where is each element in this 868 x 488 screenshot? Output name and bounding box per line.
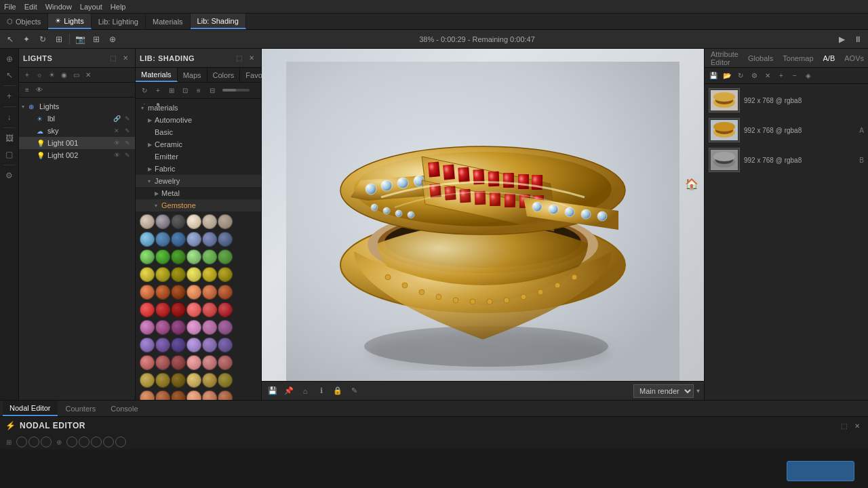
tree-sky[interactable]: ☁ sky ✕ ✎ bbox=[19, 125, 135, 137]
swatch-4-5[interactable] bbox=[202, 267, 217, 282]
render-type-select[interactable]: Main render bbox=[633, 384, 694, 398]
swatch-8-6[interactable] bbox=[218, 338, 233, 352]
lib-add[interactable]: + bbox=[152, 84, 164, 96]
swatch-11-1[interactable] bbox=[140, 390, 155, 400]
swatch-1-5[interactable] bbox=[202, 214, 217, 229]
viewport-home-icon[interactable]: 🏠 bbox=[685, 178, 698, 190]
swatch-3-4[interactable] bbox=[186, 249, 201, 264]
menu-help[interactable]: Help bbox=[111, 3, 126, 11]
swatch-5-2[interactable] bbox=[155, 285, 170, 300]
tree-lbl[interactable]: ☀ lbl 🔗 ✎ bbox=[19, 113, 135, 125]
swatch-2-6[interactable] bbox=[218, 232, 233, 247]
swatch-10-4[interactable] bbox=[186, 373, 201, 388]
vp-edit[interactable]: ✎ bbox=[347, 384, 361, 398]
swatch-1-4[interactable] bbox=[186, 214, 201, 229]
lib-list[interactable]: ≡ bbox=[193, 84, 205, 96]
icon-plus[interactable]: + bbox=[2, 89, 17, 104]
swatch-7-6[interactable] bbox=[218, 320, 233, 335]
tab-lights[interactable]: ☀ Lights bbox=[48, 14, 91, 29]
ab-load[interactable]: 📂 bbox=[721, 70, 733, 82]
lights-spot[interactable]: ◉ bbox=[58, 70, 69, 81]
tab-lib-shading[interactable]: Lib: Shading bbox=[191, 14, 246, 29]
swatch-6-4[interactable] bbox=[186, 302, 201, 317]
lib-grid-large[interactable]: ⊡ bbox=[179, 84, 191, 96]
lib-tab-maps[interactable]: Maps bbox=[178, 68, 208, 82]
swatch-5-1[interactable] bbox=[140, 285, 155, 300]
toolbar-select[interactable]: ↖ bbox=[3, 32, 18, 47]
cat-ceramic[interactable]: ▶ Ceramic bbox=[136, 138, 261, 150]
swatch-11-3[interactable] bbox=[171, 390, 186, 400]
lib-tab-colors[interactable]: Colors bbox=[208, 68, 241, 82]
swatch-10-2[interactable] bbox=[155, 373, 170, 388]
swatch-5-6[interactable] bbox=[218, 285, 233, 300]
swatch-6-5[interactable] bbox=[202, 302, 217, 317]
swatch-11-6[interactable] bbox=[218, 390, 233, 400]
icon-select[interactable]: ↖ bbox=[2, 68, 17, 83]
menu-layout[interactable]: Layout bbox=[80, 3, 102, 11]
swatch-7-2[interactable] bbox=[155, 320, 170, 335]
vp-info[interactable]: ℹ bbox=[315, 384, 328, 398]
cat-basic[interactable]: Basic bbox=[136, 126, 261, 138]
cat-emitter[interactable]: Emitter bbox=[136, 150, 261, 163]
swatch-1-3[interactable] bbox=[171, 214, 186, 229]
tab-aovs[interactable]: AOVs bbox=[842, 54, 866, 63]
swatch-11-2[interactable] bbox=[155, 390, 170, 400]
vp-save[interactable]: 💾 bbox=[266, 384, 279, 398]
render-thumb-3[interactable]: 992 x 768 @ rgba8 B bbox=[707, 146, 865, 174]
light001-edit[interactable]: ✎ bbox=[123, 138, 132, 148]
size-slider[interactable] bbox=[222, 89, 250, 92]
lib-expand[interactable]: ⬚ bbox=[233, 53, 244, 64]
swatch-4-6[interactable] bbox=[218, 267, 233, 282]
swatch-7-1[interactable] bbox=[140, 320, 155, 335]
toolbar-move[interactable]: ✦ bbox=[19, 32, 34, 47]
swatch-1-2[interactable] bbox=[155, 214, 170, 229]
ab-plus[interactable]: + bbox=[775, 70, 787, 82]
swatch-11-4[interactable] bbox=[186, 390, 201, 400]
ab-refresh[interactable]: ↻ bbox=[734, 70, 747, 82]
lights-area[interactable]: ▭ bbox=[71, 70, 81, 81]
tab-globals[interactable]: Globals bbox=[746, 54, 775, 63]
sky-link[interactable]: ✕ bbox=[112, 126, 121, 136]
swatch-5-3[interactable] bbox=[171, 285, 186, 300]
nodal-circle-3[interactable] bbox=[41, 436, 52, 447]
swatch-9-5[interactable] bbox=[202, 355, 217, 370]
nodal-btn-1[interactable]: ⊞ bbox=[3, 436, 15, 448]
cat-jewelry[interactable]: ▾ Jewelry bbox=[136, 175, 261, 187]
lights-sun[interactable]: ☀ bbox=[46, 70, 57, 81]
swatch-5-5[interactable] bbox=[202, 285, 217, 300]
nodal-close[interactable]: ✕ bbox=[852, 420, 863, 431]
swatch-2-5[interactable] bbox=[202, 232, 217, 247]
vp-lock[interactable]: 🔒 bbox=[331, 384, 344, 398]
vp-pin[interactable]: 📌 bbox=[282, 384, 296, 398]
toolbar-grid[interactable]: ⊞ bbox=[89, 32, 104, 47]
toolbar-snap[interactable]: ⊕ bbox=[105, 32, 120, 47]
swatch-5-4[interactable] bbox=[186, 285, 201, 300]
toolbar-rotate[interactable]: ↻ bbox=[35, 32, 50, 47]
menu-file[interactable]: File bbox=[4, 3, 16, 11]
nodal-circle-8[interactable] bbox=[115, 436, 126, 447]
swatch-4-3[interactable] bbox=[171, 267, 186, 282]
render-thumb-1[interactable]: 992 x 768 @ rgba8 bbox=[707, 87, 865, 114]
cat-fabric[interactable]: ▶ Fabric bbox=[136, 163, 261, 175]
swatch-10-6[interactable] bbox=[218, 373, 233, 388]
render-thumb-2[interactable]: 992 x 768 @ rgba8 A bbox=[707, 117, 865, 144]
ab-settings[interactable]: ⚙ bbox=[748, 70, 760, 82]
light001-vis[interactable]: 👁 bbox=[112, 138, 121, 148]
lbl-edit[interactable]: ✎ bbox=[123, 114, 132, 123]
lib-close[interactable]: ✕ bbox=[246, 53, 257, 64]
icon-square[interactable]: ▢ bbox=[2, 147, 17, 162]
ab-x[interactable]: ✕ bbox=[762, 70, 774, 82]
bottom-tab-nodal[interactable]: Nodal Editor bbox=[3, 401, 58, 416]
lights-add[interactable]: + bbox=[22, 70, 33, 81]
swatch-2-3[interactable] bbox=[171, 232, 186, 247]
tab-attr-editor[interactable]: Attribute Editor bbox=[709, 49, 741, 67]
icon-settings[interactable]: ⚙ bbox=[2, 168, 17, 183]
swatch-8-3[interactable] bbox=[171, 338, 186, 352]
icon-move-tool[interactable]: ⊕ bbox=[2, 52, 17, 66]
toolbar-camera[interactable]: 📷 bbox=[73, 32, 87, 47]
lbl-link[interactable]: 🔗 bbox=[112, 114, 121, 123]
nodal-circle-5[interactable] bbox=[79, 436, 90, 447]
swatch-6-1[interactable] bbox=[140, 302, 155, 317]
swatch-7-5[interactable] bbox=[202, 320, 217, 335]
light002-vis[interactable]: 👁 bbox=[112, 150, 121, 160]
